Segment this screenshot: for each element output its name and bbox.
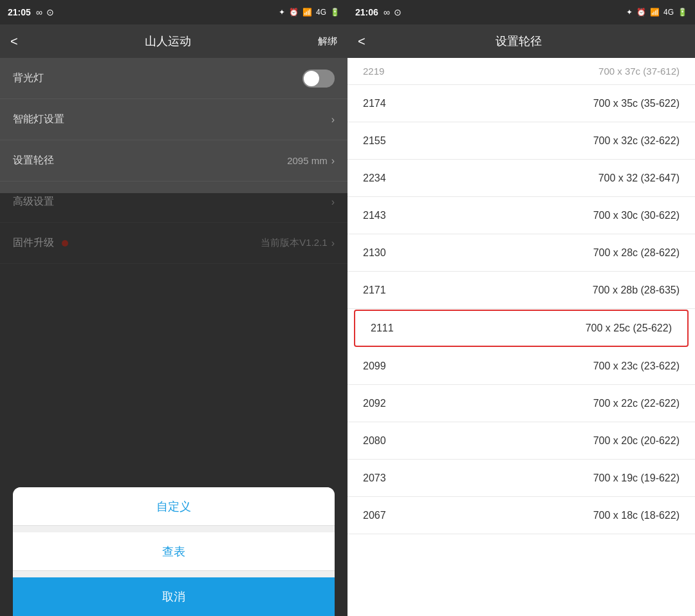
right-status-icons: ∞ ⊙ [384, 7, 402, 17]
wheel-desc-2092: 700 x 22c (22-622) [593, 398, 680, 409]
wheel-size-setting[interactable]: 设置轮径 2095 mm › [0, 140, 348, 182]
wheel-row-2155[interactable]: 2155 700 x 32c (32-622) [348, 122, 695, 160]
right-panel: 21:06 ∞ ⊙ ✦ ⏰ 📶 4G 🔋 < 设置轮径 2219 700 x 3… [348, 0, 695, 616]
wheel-desc-2143: 700 x 30c (30-622) [593, 210, 680, 221]
modal-sheet: 自定义 查表 取消 [13, 487, 335, 616]
wheel-row-2092[interactable]: 2092 700 x 22c (22-622) [348, 385, 695, 422]
left-status-icons: ∞ ⊙ [36, 7, 54, 17]
right-nav-bar: < 设置轮径 [348, 24, 695, 58]
wheel-desc-2073: 700 x 19c (19-622) [593, 472, 680, 484]
battery-icon: 🔋 [330, 8, 340, 17]
wheel-val-2099: 2099 [363, 360, 386, 372]
backlight-label: 背光灯 [13, 71, 44, 85]
wheel-row-2111-highlighted[interactable]: 2111 700 x 25c (25-622) [354, 310, 689, 347]
left-nav-bar: < 山人运动 解绑 [0, 24, 348, 58]
wheel-size-text: 2095 mm [287, 155, 328, 166]
cancel-button[interactable]: 取消 [13, 577, 335, 616]
wheel-desc-2174: 700 x 35c (35-622) [593, 98, 680, 109]
wheel-val-2130: 2130 [363, 247, 386, 259]
wheel-size-value: 2095 mm › [287, 155, 335, 167]
wheel-row-2234[interactable]: 2234 700 x 32 (32-647) [348, 160, 695, 197]
right-infinity-icon: ∞ [384, 7, 390, 17]
wheel-row-2067[interactable]: 2067 700 x 18c (18-622) [348, 497, 695, 534]
wheel-row-2171[interactable]: 2171 700 x 28b (28-635) [348, 272, 695, 309]
signal-icon: 4G [316, 8, 326, 17]
left-panel: 21:05 ∞ ⊙ ✦ ⏰ 📶 4G 🔋 < 山人运动 解绑 背光灯 智能灯设置… [0, 0, 348, 616]
wheel-size-chevron-icon: › [331, 155, 335, 167]
backlight-setting[interactable]: 背光灯 [0, 58, 348, 99]
right-circle-icon: ⊙ [394, 7, 402, 17]
wheel-val-2067: 2067 [363, 510, 386, 521]
wheel-row-2099[interactable]: 2099 700 x 23c (23-622) [348, 348, 695, 385]
wheel-desc-2130: 700 x 28c (28-622) [593, 247, 680, 259]
right-bluetooth-icon: ✦ [626, 8, 633, 17]
modal-spacer [13, 526, 335, 532]
alarm-icon: ⏰ [289, 8, 299, 17]
right-right-icons: ✦ ⏰ 📶 4G 🔋 [626, 8, 687, 17]
left-right-icons: ✦ ⏰ 📶 4G 🔋 [279, 8, 340, 17]
wheel-val-2155: 2155 [363, 135, 386, 147]
wheel-desc-2155: 700 x 32c (32-622) [593, 135, 680, 147]
circle-icon: ⊙ [46, 7, 54, 17]
wifi-icon: 📶 [302, 8, 312, 17]
wheel-row-partial[interactable]: 2219 700 x 37c (37-612) [348, 58, 695, 85]
wheel-row-2130[interactable]: 2130 700 x 28c (28-622) [348, 234, 695, 272]
infinity-icon: ∞ [36, 7, 42, 17]
smart-light-chevron-icon: › [331, 114, 335, 126]
wheel-row-2073[interactable]: 2073 700 x 19c (19-622) [348, 460, 695, 497]
bluetooth-icon: ✦ [279, 8, 285, 17]
left-time: 21:05 [8, 7, 31, 17]
right-wifi-icon: 📶 [650, 8, 660, 17]
wheel-desc-2111: 700 x 25c (25-622) [586, 322, 672, 334]
smart-light-label: 智能灯设置 [13, 113, 64, 126]
left-status-bar: 21:05 ∞ ⊙ ✦ ⏰ 📶 4G 🔋 [0, 0, 348, 24]
backlight-toggle[interactable] [302, 70, 335, 88]
left-page-title: 山人运动 [145, 33, 191, 49]
wheel-val-2174: 2174 [363, 98, 386, 109]
wheel-val-2092: 2092 [363, 398, 386, 409]
wheel-desc-2099: 700 x 23c (23-622) [593, 360, 680, 372]
unbind-button[interactable]: 解绑 [318, 35, 337, 48]
wheel-row-2080[interactable]: 2080 700 x 20c (20-622) [348, 422, 695, 460]
wheel-desc-2080: 700 x 20c (20-622) [593, 435, 680, 447]
right-battery-icon: 🔋 [678, 8, 687, 17]
smart-light-setting[interactable]: 智能灯设置 › [0, 99, 348, 140]
modal-overlay[interactable]: 自定义 查表 取消 [0, 193, 348, 616]
wheel-val-2234: 2234 [363, 173, 386, 184]
wheel-desc-2171: 700 x 28b (28-635) [593, 285, 680, 296]
right-time: 21:06 [355, 7, 378, 17]
wheel-val-2080: 2080 [363, 435, 386, 447]
wheel-size-label: 设置轮径 [13, 154, 54, 167]
wheel-val-2171: 2171 [363, 285, 386, 296]
right-signal-icon: 4G [663, 8, 674, 17]
left-back-button[interactable]: < [10, 34, 18, 49]
wheel-val-2143: 2143 [363, 210, 386, 221]
wheel-val-2073: 2073 [363, 472, 386, 484]
right-back-button[interactable]: < [358, 34, 366, 49]
modal-spacer-2 [13, 571, 335, 577]
right-alarm-icon: ⏰ [636, 8, 646, 17]
wheel-row-2143[interactable]: 2143 700 x 30c (30-622) [348, 197, 695, 234]
wheel-val-top: 2219 [363, 66, 384, 77]
wheel-val-2111: 2111 [371, 322, 394, 334]
wheel-desc-2234: 700 x 32 (32-647) [598, 173, 680, 184]
wheel-row-2174[interactable]: 2174 700 x 35c (35-622) [348, 85, 695, 122]
custom-option[interactable]: 自定义 [13, 487, 335, 526]
right-page-title: 设置轮径 [376, 33, 662, 49]
lookup-option[interactable]: 查表 [13, 532, 335, 571]
wheel-desc-2067: 700 x 18c (18-622) [593, 510, 680, 521]
right-status-bar: 21:06 ∞ ⊙ ✦ ⏰ 📶 4G 🔋 [348, 0, 695, 24]
wheel-desc-top: 700 x 37c (37-612) [598, 66, 680, 77]
wheel-list: 2219 700 x 37c (37-612) 2174 700 x 35c (… [348, 58, 695, 616]
